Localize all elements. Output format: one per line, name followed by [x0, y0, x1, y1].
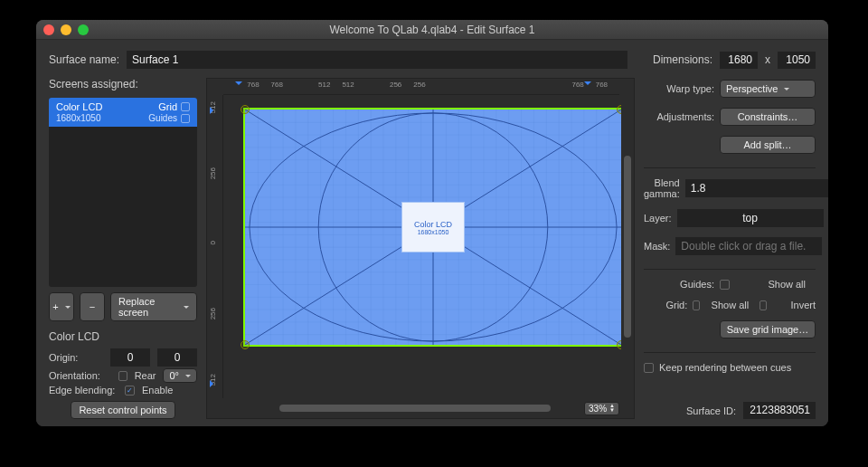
canvas[interactable]: Color LCD 1680x1050 — [223, 95, 621, 398]
orientation-label: Orientation: — [49, 370, 111, 381]
replace-screen-button[interactable]: Replace screen — [110, 292, 197, 321]
surface-id-field[interactable] — [743, 402, 816, 419]
titlebar: Welcome To QLab 4.qlab4 - Edit Surface 1 — [36, 20, 828, 40]
screen-item-res: 1680x1050 — [56, 113, 101, 123]
warp-type-select[interactable]: Perspective — [720, 80, 816, 98]
screens-heading: Screens assigned: — [49, 78, 197, 91]
control-point-tl[interactable] — [241, 105, 250, 114]
zoom-icon[interactable] — [78, 24, 89, 35]
ruler-horizontal: 768 768 512 512 256 256 768 768 — [223, 79, 619, 95]
grid-showall-label: Show all — [705, 300, 749, 310]
origin-label: Origin: — [49, 352, 103, 363]
add-split-button[interactable]: Add split… — [720, 136, 816, 154]
guides-showall-checkbox[interactable] — [720, 280, 730, 290]
ruler-vertical: 512 256 0 256 512 — [207, 95, 223, 398]
screen-item-name: Color LCD — [56, 101, 102, 112]
surface-rect[interactable]: Color LCD 1680x1050 — [243, 108, 621, 347]
vertical-scrollbar[interactable] — [621, 95, 634, 398]
grid-invert-checkbox[interactable] — [760, 300, 767, 310]
control-point-tr[interactable] — [617, 105, 621, 114]
guides-label: Guides: — [644, 279, 714, 290]
width-input[interactable] — [720, 52, 758, 69]
origin-x-input[interactable] — [110, 348, 150, 367]
surface-id-label: Surface ID: — [686, 405, 736, 416]
screen-item[interactable]: Color LCD Grid 1680x1050 Guides — [49, 98, 197, 127]
enable-edge-checkbox[interactable] — [125, 386, 135, 396]
origin-y-input[interactable] — [157, 348, 197, 367]
blend-gamma-input[interactable] — [685, 179, 828, 197]
grid-invert-label: Invert — [772, 300, 816, 310]
reset-control-points-button[interactable]: Reset control points — [71, 401, 175, 419]
grid-showall-checkbox[interactable] — [693, 300, 700, 310]
blend-gamma-label: Blend gamma: — [644, 177, 680, 199]
enable-label: Enable — [142, 385, 173, 396]
surface-center-label: Color LCD 1680x1050 — [401, 202, 465, 253]
height-input[interactable] — [778, 52, 816, 69]
warp-type-label: Warp type: — [644, 83, 714, 94]
screen-grid-checkbox[interactable] — [181, 102, 190, 111]
surface-name-label: Surface name: — [49, 53, 119, 66]
rear-label: Rear — [135, 370, 156, 381]
constraints-button[interactable]: Constraints… — [720, 108, 816, 126]
save-grid-image-button[interactable]: Save grid image… — [720, 320, 816, 338]
horizontal-scrollbar[interactable] — [279, 405, 551, 412]
adjustments-label: Adjustments: — [644, 111, 714, 122]
screen-item-guides-label: Guides — [148, 113, 177, 123]
editor-window: Welcome To QLab 4.qlab4 - Edit Surface 1… — [36, 20, 828, 426]
screens-list[interactable]: Color LCD Grid 1680x1050 Guides — [49, 98, 197, 287]
dimensions-label: Dimensions: — [653, 53, 712, 66]
guides-showall-label: Show all — [735, 279, 806, 290]
remove-screen-button[interactable]: − — [80, 292, 105, 321]
add-screen-button[interactable]: + — [49, 292, 74, 321]
screen-item-grid-label: Grid — [158, 101, 177, 112]
right-grid-label: Grid: — [644, 300, 687, 310]
control-point-br[interactable] — [617, 340, 621, 349]
layer-input[interactable] — [677, 209, 824, 227]
close-icon[interactable] — [43, 24, 54, 35]
control-point-bl[interactable] — [241, 340, 250, 349]
rear-checkbox[interactable] — [118, 371, 127, 381]
screen-guides-checkbox[interactable] — [181, 114, 190, 123]
surface-canvas-area: 768 768 512 512 256 256 768 768 512 256 … — [206, 78, 635, 419]
keep-rendering-label: Keep rendering between cues — [659, 362, 791, 373]
angle-select[interactable]: 0° — [163, 368, 197, 383]
keep-rendering-checkbox[interactable] — [644, 363, 654, 373]
mask-label: Mask: — [644, 241, 670, 252]
window-title: Welcome To QLab 4.qlab4 - Edit Surface 1 — [36, 24, 828, 36]
minimize-icon[interactable] — [61, 24, 71, 35]
mask-input[interactable] — [675, 237, 822, 255]
edge-blending-label: Edge blending: — [49, 385, 118, 396]
layer-label: Layer: — [644, 213, 672, 224]
screen-detail-name: Color LCD — [49, 330, 197, 343]
zoom-select[interactable]: 33% ▲▼ — [584, 402, 619, 415]
surface-name-input[interactable] — [127, 51, 627, 69]
dim-x: x — [765, 53, 770, 66]
